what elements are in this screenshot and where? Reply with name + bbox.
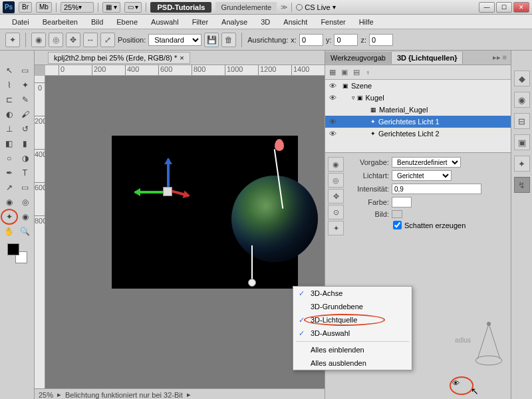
marquee-tool[interactable]: ▭ — [18, 64, 33, 77]
maximize-button[interactable]: ☐ — [496, 2, 512, 13]
view-extras-button[interactable]: ▦ ▾ — [102, 2, 120, 13]
move-tool[interactable]: ↖ — [2, 64, 17, 77]
canvas-viewport[interactable] — [45, 76, 325, 388]
zoom-level[interactable]: 25% ▾ — [61, 2, 94, 13]
workspace-tab[interactable]: Grundelemente — [215, 2, 277, 13]
color-swatches[interactable] — [7, 243, 27, 263]
menu-fenster[interactable]: Fenster — [314, 17, 352, 27]
wand-tool[interactable]: ✦ — [18, 78, 33, 92]
light-aim-icon[interactable]: ⊙ — [328, 205, 344, 219]
scene-tree[interactable]: 👁▣Szene👁▿ ▣Kugel▦Material_Kugel👁✦Gericht… — [325, 80, 511, 153]
panel-collapse-icon[interactable]: ▸▸ ≡ — [489, 53, 511, 62]
x-input[interactable] — [299, 34, 323, 46]
3d-scale-icon[interactable]: ⤢ — [100, 33, 115, 47]
3d-pan-icon[interactable]: ✥ — [66, 33, 80, 47]
bild-thumb[interactable] — [392, 210, 402, 218]
filter-mesh-icon[interactable]: ▣ — [341, 68, 348, 76]
stamp-tool[interactable]: ⊥ — [2, 122, 17, 136]
intensitaet-input[interactable] — [392, 184, 481, 194]
eraser-tool[interactable]: ◧ — [2, 137, 17, 150]
strip-adjust-icon[interactable]: ⊟ — [514, 113, 530, 129]
lichtart-select[interactable]: Gerichtet — [392, 170, 452, 181]
cs-live-button[interactable]: CS Live ▾ — [296, 3, 336, 11]
schatten-checkbox[interactable] — [393, 221, 402, 229]
gradient-tool[interactable]: ▮ — [18, 137, 33, 150]
3d-camera-tool[interactable]: ◎ — [18, 196, 33, 209]
light-marker-2[interactable] — [248, 279, 256, 287]
light-marker-1[interactable] — [275, 139, 284, 151]
menu-bild[interactable]: Bild — [84, 17, 110, 27]
context-menu-item[interactable]: 3D-Auswahl — [293, 327, 412, 340]
workspace-tab-active[interactable]: PSD-Tutorials — [150, 2, 211, 13]
tree-row[interactable]: ▦Material_Kugel — [325, 104, 511, 116]
filter-scene-icon[interactable]: ▦ — [329, 68, 336, 76]
zoom-tool[interactable]: 🔍 — [18, 225, 33, 238]
light-point-icon[interactable]: ✦ — [328, 221, 344, 235]
tree-row[interactable]: 👁✦Gerichtetes Licht 1 — [325, 116, 511, 128]
3d-roll-icon[interactable]: ◎ — [49, 33, 63, 47]
status-zoom[interactable]: 25% — [39, 391, 53, 399]
minibridge-button[interactable]: Mb — [36, 2, 52, 13]
context-menu-item[interactable]: Alles ausblenden — [293, 356, 412, 370]
history-tool[interactable]: ↺ — [18, 122, 33, 136]
y-input[interactable] — [334, 34, 358, 46]
delete-icon[interactable]: 🗑 — [221, 33, 236, 47]
axis-origin[interactable] — [163, 187, 172, 196]
toggle-lights-button[interactable]: 👁 — [452, 379, 471, 392]
strip-mask-icon[interactable]: ▣ — [514, 134, 530, 150]
menu-datei[interactable]: Datei — [5, 17, 36, 27]
pen-tool[interactable]: ✒ — [2, 166, 17, 180]
path-tool[interactable]: ↗ — [2, 181, 17, 194]
context-menu-item[interactable]: Alles einblenden — [293, 343, 412, 356]
menu-auswahl[interactable]: Auswahl — [144, 17, 186, 27]
save-icon[interactable]: 💾 — [204, 33, 219, 47]
shape-tool[interactable]: ▭ — [18, 181, 33, 194]
panel-tab-vorgaben[interactable]: Werkzeugvorgab — [325, 52, 392, 64]
workspace-more-icon[interactable]: ≫ — [281, 3, 287, 11]
close-tab-icon[interactable]: × — [180, 54, 184, 62]
context-menu-item[interactable]: 3D-Grundebene — [293, 300, 412, 313]
menu-analyse[interactable]: Analyse — [215, 17, 254, 27]
3d-object-tool[interactable]: ◉ — [2, 196, 17, 209]
close-button[interactable]: ✕ — [513, 2, 529, 13]
strip-swatches-icon[interactable]: ◆ — [514, 70, 530, 86]
menu-filter[interactable]: Filter — [186, 17, 215, 27]
context-menu-item[interactable]: 3D-Achse — [293, 287, 412, 300]
z-input[interactable] — [369, 34, 393, 46]
menu-3d[interactable]: 3D — [254, 17, 277, 27]
3d-walk-tool[interactable]: ◉ — [18, 210, 33, 223]
position-select[interactable]: Standard — [148, 34, 201, 46]
strip-layers-icon[interactable]: ✦ — [514, 156, 530, 172]
crop-tool[interactable]: ⊏ — [2, 93, 17, 106]
menu-hilfe[interactable]: Hilfe — [352, 17, 380, 27]
hand-tool[interactable]: ✋ — [2, 225, 17, 238]
vorgabe-select[interactable]: Benutzerdefiniert — [392, 157, 461, 168]
screen-mode-button[interactable]: ▭ ▾ — [124, 2, 142, 13]
brush-tool[interactable]: 🖌 — [18, 108, 33, 121]
type-tool[interactable]: T — [18, 166, 33, 180]
menu-ebene[interactable]: Ebene — [110, 17, 144, 27]
menu-ansicht[interactable]: Ansicht — [277, 17, 314, 27]
3d-rotate-icon[interactable]: ◉ — [31, 33, 46, 47]
fg-swatch[interactable] — [7, 243, 19, 255]
bridge-button[interactable]: Br — [19, 2, 32, 13]
document-canvas[interactable] — [112, 136, 298, 289]
eyedropper-tool[interactable]: ✎ — [18, 93, 33, 106]
tree-row[interactable]: 👁▣Szene — [325, 80, 511, 92]
heal-tool[interactable]: ◐ — [2, 108, 17, 121]
panel-tab-3d[interactable]: 3D {Lichtquellen} — [392, 52, 463, 64]
light-rotate-icon[interactable]: ◉ — [328, 157, 344, 172]
minimize-button[interactable]: — — [479, 2, 495, 13]
filter-light-icon[interactable]: ♀ — [365, 68, 370, 76]
tree-row[interactable]: 👁▿ ▣Kugel — [325, 92, 511, 104]
light-pan-icon[interactable]: ◎ — [328, 173, 344, 188]
light-slide-icon[interactable]: ✥ — [328, 189, 344, 203]
tree-row[interactable]: 👁✦Gerichtetes Licht 2 — [325, 128, 511, 140]
3d-light-tool[interactable]: ✦ — [2, 210, 17, 223]
filter-material-icon[interactable]: ▤ — [353, 68, 360, 76]
document-tab[interactable]: kplj2th2.bmp bei 25% (Erde, RGB/8) *× — [48, 52, 190, 64]
3d-slide-icon[interactable]: ↔ — [83, 33, 98, 47]
context-menu-item[interactable]: 3D-Lichtquelle — [293, 313, 412, 327]
strip-3d-icon[interactable]: ↯ — [514, 177, 530, 193]
lasso-tool[interactable]: ⌇ — [2, 78, 17, 92]
